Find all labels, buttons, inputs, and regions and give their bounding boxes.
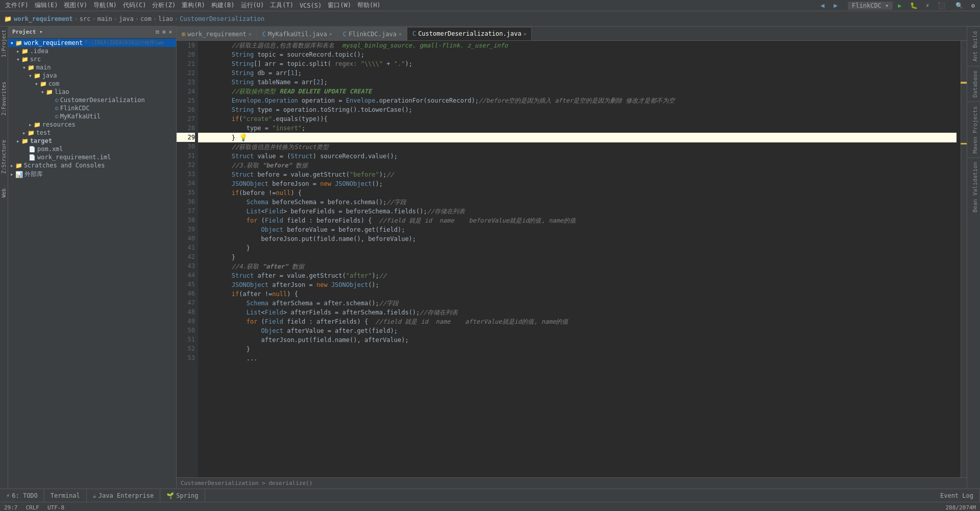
menu-edit[interactable]: 编辑(E) [32,1,61,10]
extlibs-icon: 📊 [15,171,23,178]
tree-java[interactable]: ▾ 📁 java [8,71,176,80]
tree-flinkcdc[interactable]: © FlinkCDC [8,104,176,112]
main-expand-icon: ▾ [22,64,26,71]
tree-external-libs[interactable]: ▸ 📊 外部库 [8,169,176,179]
code-line-52: } [202,345,957,354]
tree-liao[interactable]: ▾ 📁 liao [8,88,176,96]
tree-pom[interactable]: 📄 pom.xml [8,145,176,153]
tree-resources[interactable]: ▸ 📁 resources [8,120,176,129]
debug-button[interactable]: 🐛 [907,2,921,9]
code-line-26: String type = operation.toString().toLow… [202,105,957,114]
menu-code[interactable]: 代码(C) [120,1,150,10]
tree-idea[interactable]: ▸ 📁 .idea [8,47,176,55]
breadcrumb-liao[interactable]: liao [158,15,173,22]
tree-iml[interactable]: 📄 work_requirement.iml [8,153,176,161]
tree-idea-label: .idea [30,47,48,55]
tree-flinkcdc-label: FlinkCDC [60,105,90,112]
code-line-42: } [202,253,957,262]
breadcrumb-src[interactable]: src [80,15,91,22]
close-panel-icon[interactable]: ✕ [168,29,172,35]
run-button[interactable]: ▶ [895,2,904,9]
todo-label: 6: TODO [12,492,38,499]
code-line-51: afterJson.put(field.name(), afterValue); [202,335,957,345]
tab-customerdeser-label: CustomerDeserialization.java [418,30,521,37]
tab-m-icon: m [182,31,185,38]
coverage-button[interactable]: ⚡ [923,2,933,9]
event-log-tab[interactable]: Event Log [934,489,980,502]
nav-forward-icon[interactable]: ▶ [830,2,841,9]
tree-customerdeser-label: CustomerDeserialization [60,96,145,104]
stop-button[interactable]: ⬛ [935,2,948,9]
tab-java-enterprise[interactable]: ☕ Java Enterprise [87,489,161,502]
tab-flinkcdc[interactable]: C FlinkCDC.java ✕ [338,27,407,40]
menu-refactor[interactable]: 重构(R) [179,1,208,10]
tree-test[interactable]: ▸ 📁 test [8,129,176,137]
tree-src[interactable]: ▾ 📁 src [8,55,176,63]
breadcrumb-project[interactable]: work_requirement [14,15,73,22]
breadcrumb-com[interactable]: com [140,15,152,22]
tree-mykafkautil-label: MyKafkaUtil [60,113,101,120]
status-line-ending: CRLF [26,504,40,511]
code-line-39: Object beforeValue = before.get(field); [202,225,957,234]
liao-expand-icon: ▾ [41,89,44,95]
favorites-icon[interactable]: 2:Favorites [1,82,7,115]
settings-icon[interactable]: ⚙ [162,29,166,35]
java-folder-icon: 📁 [34,72,41,79]
tree-customerdeser[interactable]: © CustomerDeserialization [8,96,176,104]
scratches-folder-icon: 📁 [15,162,22,169]
menu-build[interactable]: 构建(B) [208,1,238,10]
nav-back-icon[interactable]: ◀ [817,2,827,9]
tab-spring[interactable]: 🌱 Spring [160,489,205,502]
code-line-45: JSONObject afterJson = new JSONObject(); [202,280,957,289]
menu-navigate[interactable]: 导航(N) [90,1,120,10]
project-panel-header: Project ▾ ⊟ ⚙ ✕ [8,27,176,38]
database-panel[interactable]: Database [967,66,980,102]
tab-flinkcdc-close[interactable]: ✕ [399,31,402,37]
tree-main[interactable]: ▾ 📁 main [8,63,176,71]
code-line-36: Schema beforeSchema = before.schema();//… [202,198,957,207]
tab-flinkcdc-label: FlinkCDC.java [349,31,397,38]
tab-mykafkautil-label: MyKafkaUtil.java [268,31,327,38]
tree-target[interactable]: ▸ 📁 target [8,137,176,145]
search-everywhere-icon[interactable]: 🔍 [952,2,966,9]
settings-icon[interactable]: ⚙ [968,2,978,9]
tab-customerdeser[interactable]: C CustomerDeserialization.java ✕ [407,27,532,40]
project-panel-icon[interactable]: 1:Project [1,30,7,57]
warn-mark-2 [961,143,967,144]
web-icon[interactable]: Web [1,188,7,198]
menu-run[interactable]: 运行(U) [238,1,267,10]
menu-tools[interactable]: 工具(T) [267,1,297,10]
structure-icon[interactable]: Z:Structure [1,140,7,174]
tab-customerdeser-close[interactable]: ✕ [523,31,526,37]
breadcrumb-class[interactable]: CustomerDeserialization [180,15,264,22]
menu-file[interactable]: 文件(F) [2,1,32,10]
menu-window[interactable]: 窗口(W) [325,1,354,10]
tree-mykafkautil[interactable]: © MyKafkaUtil [8,112,176,120]
tree-src-label: src [30,56,41,63]
tab-work-requirement[interactable]: m work_requirement ✕ [177,27,257,40]
breadcrumb-java[interactable]: java [119,15,134,22]
code-content[interactable]: //获取主题信息,包含着数据库和表名 mysql_binlog_source. … [198,41,961,477]
maven-panel[interactable]: Maven Projects [967,102,980,158]
breadcrumb-main[interactable]: main [97,15,112,22]
menu-vcs[interactable]: VCS(S) [297,2,325,9]
collapse-all-icon[interactable]: ⊟ [156,29,159,35]
tab-mykafkautil[interactable]: C MyKafkaUtil.java ✕ [257,27,338,40]
tree-com[interactable]: ▾ 📁 com [8,80,176,88]
event-log-label: Event Log [940,492,973,499]
tab-todo[interactable]: ⚡ 6: TODO [0,489,44,502]
customerdeser-java-icon: © [55,97,59,104]
menu-view[interactable]: 视图(V) [61,1,90,10]
menu-analyze[interactable]: 分析(Z) [149,1,179,10]
project-icon: 📁 [4,15,12,22]
bean-validation-panel[interactable]: Bean Validation [967,157,980,216]
tree-root[interactable]: ▾ 📁 work_requirement F:\IDEA\IDEA2018运行程… [8,39,176,47]
menu-help[interactable]: 帮助(H) [354,1,384,10]
editor-warning-stripe [961,41,967,477]
tab-work-requirement-close[interactable]: ✕ [249,31,252,37]
ant-build-panel[interactable]: Ant Build [967,27,980,66]
tab-mykafkautil-close[interactable]: ✕ [329,31,332,37]
tab-terminal[interactable]: Terminal [44,489,87,502]
flinkcdc-selector[interactable]: FlinkCDC ▾ [848,2,893,10]
tree-scratches[interactable]: ▸ 📁 Scratches and Consoles [8,161,176,169]
